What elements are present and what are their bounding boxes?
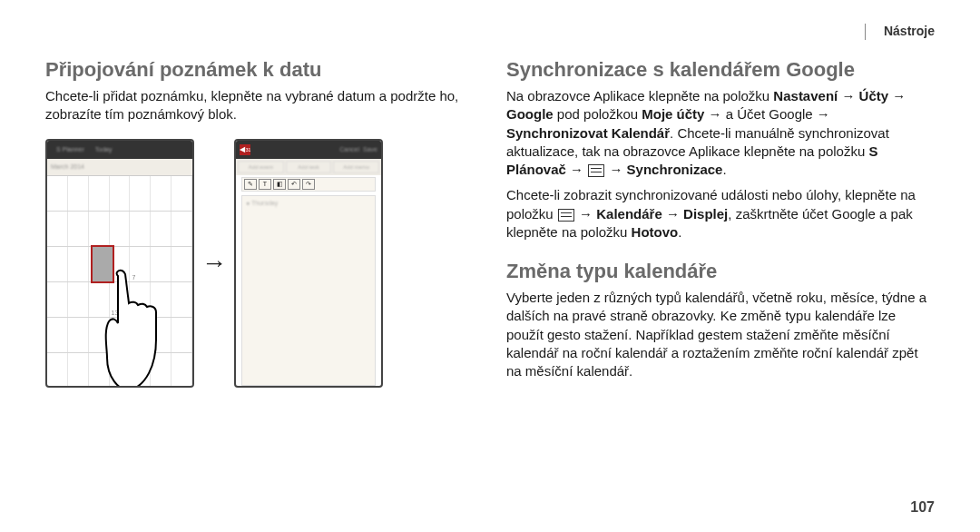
month-label: March 2014 [51,163,84,170]
menu-icon [558,209,574,222]
heading-change-type: Změna typu kalendáře [506,260,935,283]
figure-calendar-touch: S Planner Today March 2014 6 7 [45,139,194,388]
para-change-type: Vyberte jeden z různých typů kalendářů, … [506,289,935,380]
left-column: Připojování poznámek k datu Chcete-li př… [45,15,474,388]
eraser-icon: ◧ [273,179,286,190]
back-icon: ◀31 [240,144,250,155]
para-sync-1: Na obrazovce Aplikace klepněte na položk… [506,87,935,179]
redo-icon: ↷ [302,179,315,190]
para-attach-notes: Chcete-li přidat poznámku, klepněte na v… [45,87,474,124]
tab-add-memo: Add memo [333,161,379,173]
memo-day-label: ● Thursday [246,200,278,206]
figure-add-memo: ◀31 Cancel Save Add event Add task Add m… [234,139,383,388]
menu-icon [588,164,604,177]
today-button: Today [95,146,113,153]
app-title: S Planner [56,146,84,153]
page-number: 107 [910,499,935,516]
section-header: Nástroje [884,24,935,38]
tab-add-task: Add task [286,161,332,173]
para-sync-2: Chcete-li zobrazit synchronizované událo… [506,186,935,241]
undo-icon: ↶ [288,179,300,190]
arrow-icon: → [201,249,227,278]
tab-add-event: Add event [238,161,284,173]
finger-icon [100,267,191,388]
right-column: Synchronizace s kalendářem Google Na obr… [506,15,935,388]
heading-attach-notes: Připojování poznámek k datu [45,58,474,82]
cancel-button: Cancel [339,146,359,153]
save-button: Save [363,146,377,153]
heading-sync-google: Synchronizace s kalendářem Google [506,58,935,82]
pen-icon: ✎ [244,179,257,190]
text-icon: T [259,179,271,190]
